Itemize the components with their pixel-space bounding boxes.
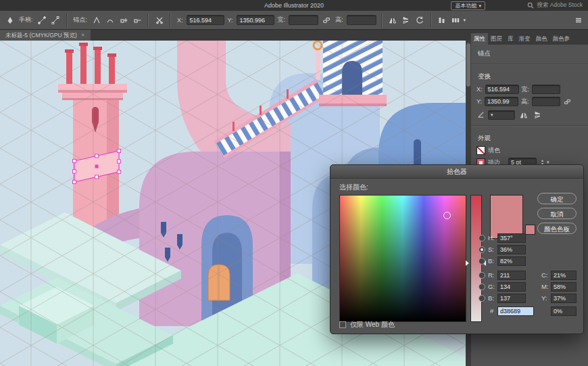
r-label: R: [488,271,495,279]
stock-search-input[interactable]: 搜索 Adobe Stock [526,1,583,9]
control-bar: 手柄: 锚点: X: 516.594 Y: 1350.996 宽: [0,11,588,30]
h-radio[interactable] [479,235,485,242]
handle-label: 手柄: [19,16,33,24]
rotate-icon[interactable] [414,14,426,26]
h-label: H: [488,234,495,242]
b2-radio[interactable] [479,295,485,302]
c-input[interactable]: 21% [551,271,577,280]
hex-input[interactable]: d38689 [497,306,534,316]
document-tab-title: 未标题-5 (CMYK/GPU 预览) [5,30,77,41]
panel-w-input[interactable] [532,85,560,94]
remove-anchor-icon[interactable] [131,14,143,26]
flip-vertical-icon[interactable] [532,109,543,120]
h-input[interactable]: 357° [497,233,526,243]
flip-horizontal-icon[interactable] [518,109,529,120]
cut-path-icon[interactable] [153,14,165,26]
g-radio[interactable] [479,283,485,290]
anchor-section-header: 锚点 [471,45,588,60]
height-label: 高: [335,16,343,24]
current-color-swatch [490,195,523,239]
panel-y-input[interactable]: 1350.99 [485,97,518,106]
color-picker-dialog: 拾色器 选择颜色: 确定 取消 颜色色板 H: 357° S: 36% B: 8… [330,164,584,334]
k-input[interactable]: 0% [551,306,577,316]
separator [147,14,149,27]
x-input[interactable]: 516.594 [187,15,224,25]
convert-smooth-anchor-icon[interactable] [104,14,116,26]
c-label: C: [541,271,548,279]
app-title: Adobe Illustrator 2020 [0,0,588,11]
b-input[interactable]: 82% [497,256,526,266]
document-tab[interactable]: 未标题-5 (CMYK/GPU 预览) ✕ [0,30,91,41]
angle-input[interactable]: ▾ [488,110,515,120]
link-dimensions-icon[interactable] [563,97,572,106]
width-label: 宽: [278,16,286,24]
panel-menu-icon[interactable] [572,14,584,26]
fill-label: 填色 [488,146,500,155]
tab-layers[interactable]: 图层 [488,33,505,45]
g-label: G: [488,283,495,290]
panel-x-input[interactable]: 516.594 [485,85,519,94]
tab-color-guide[interactable]: 颜色参 [550,33,573,45]
close-tab-icon[interactable]: ✕ [81,30,85,41]
r-radio[interactable] [479,272,485,279]
slider-marker-left-icon[interactable] [466,260,469,266]
previous-color-swatch [525,225,535,235]
tab-properties[interactable]: 属性 [471,33,488,45]
y-cmyk-input[interactable]: 37% [551,294,577,303]
web-colors-checkbox[interactable] [339,321,346,328]
search-icon [526,1,534,9]
color-swatches-button[interactable]: 颜色色板 [537,223,577,234]
dialog-title-bar[interactable]: 拾色器 [330,165,583,179]
flip-vertical-icon[interactable] [401,14,412,26]
cancel-button[interactable]: 取消 [537,208,577,219]
select-color-label: 选择颜色: [339,183,368,192]
vertical-scrollbar-thumb[interactable] [466,43,470,87]
distribute-objects-icon[interactable] [450,14,462,26]
x-label: X: [177,17,183,24]
tab-libraries[interactable]: 库 [505,33,516,45]
search-placeholder: 搜索 Adobe Stock [537,1,583,9]
web-colors-label: 仅限 Web 颜色 [350,320,395,329]
chevron-down-icon[interactable]: ▾ [464,18,466,23]
tab-gradient[interactable]: 渐变 [516,33,533,45]
y-label: Y: [228,17,233,24]
s-input[interactable]: 36% [497,245,526,254]
hide-handles-icon[interactable] [50,14,62,26]
s-label: S: [488,246,494,253]
workspace-switcher-button[interactable]: 基本功能 ▾ [451,1,485,10]
show-handles-icon[interactable] [36,14,48,26]
app-window: Adobe Illustrator 2020 基本功能 ▾ 搜索 Adobe S… [0,0,588,366]
m-input[interactable]: 58% [551,282,577,292]
chevron-down-icon: ▾ [491,112,493,118]
g-input[interactable]: 134 [497,282,526,292]
panel-h-input[interactable] [532,97,560,106]
convert-corner-anchor-icon[interactable] [91,14,102,26]
s-radio[interactable] [479,246,485,253]
ok-button[interactable]: 确定 [537,193,577,204]
color-field-marker[interactable] [443,212,451,219]
height-input[interactable] [347,15,376,25]
transform-section-header: 变换 [471,68,588,83]
chevron-down-icon: ▾ [479,2,481,9]
fill-swatch[interactable] [476,146,485,155]
y-input[interactable]: 1350.996 [237,15,274,25]
width-input[interactable] [289,15,318,25]
panel-y-label: Y: [476,98,482,105]
angle-icon [476,110,485,119]
anchor-point-tool-icon [4,14,16,26]
b-radio[interactable] [479,258,485,265]
align-objects-icon[interactable] [437,14,448,26]
flip-horizontal-icon[interactable] [387,14,399,26]
constrain-proportions-icon[interactable] [320,14,332,26]
b2-input[interactable]: 137 [497,294,526,303]
add-anchor-icon[interactable] [118,14,129,26]
workspace-label: 基本功能 [455,2,476,9]
divider [471,125,588,126]
tab-color[interactable]: 颜色 [533,33,550,45]
divider [471,64,588,64]
separator [381,14,383,27]
anchor-label: 锚点: [74,16,88,24]
appearance-section-header: 外观 [471,129,588,145]
color-field[interactable] [339,195,466,322]
r-input[interactable]: 211 [497,271,526,280]
